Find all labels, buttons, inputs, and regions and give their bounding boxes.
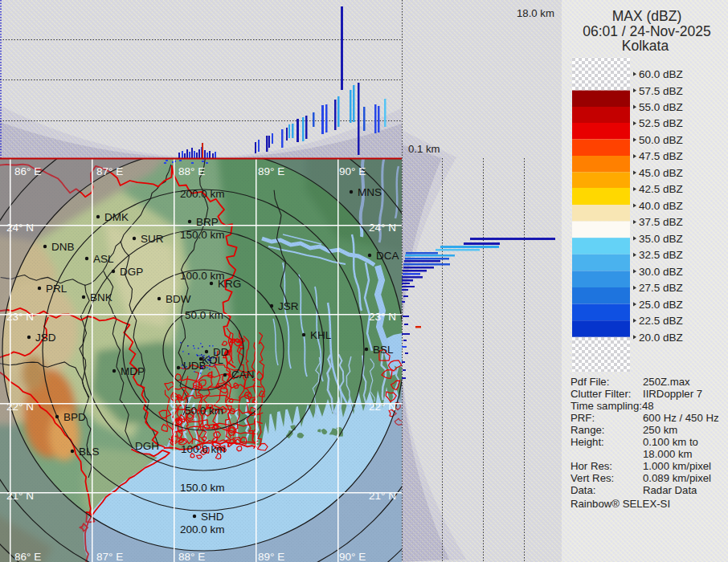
svg-text:24° N: 24° N <box>6 222 34 234</box>
svg-text:88° E: 88° E <box>178 551 205 562</box>
svg-text:40.0 dBZ: 40.0 dBZ <box>639 200 683 212</box>
svg-text:Range:: Range: <box>571 424 605 436</box>
svg-text:90° E: 90° E <box>339 551 366 562</box>
svg-text:22° N: 22° N <box>6 401 34 413</box>
svg-text:SUR: SUR <box>141 233 164 245</box>
svg-text:DCA: DCA <box>376 250 399 262</box>
svg-text:18.0 km: 18.0 km <box>517 7 554 19</box>
svg-text:0.089 km/pixel: 0.089 km/pixel <box>643 472 711 484</box>
svg-text:DNB: DNB <box>51 241 75 253</box>
svg-text:52.5 dBZ: 52.5 dBZ <box>639 117 683 129</box>
svg-text:PRF:: PRF: <box>571 412 595 424</box>
svg-text:24° N: 24° N <box>369 222 396 234</box>
svg-text:37.5 dBZ: 37.5 dBZ <box>639 216 683 228</box>
svg-text:Data:: Data: <box>571 484 596 496</box>
svg-text:Clutter Filter:: Clutter Filter: <box>571 388 631 400</box>
svg-text:Hor Res:: Hor Res: <box>571 460 612 472</box>
svg-text:200.0 km: 200.0 km <box>180 523 225 536</box>
svg-text:UDB: UDB <box>183 360 207 372</box>
svg-text:45.0 dBZ: 45.0 dBZ <box>639 167 683 179</box>
svg-text:BRP: BRP <box>196 216 219 228</box>
svg-text:CAN: CAN <box>231 369 255 381</box>
svg-text:50.0 dBZ: 50.0 dBZ <box>639 134 683 146</box>
svg-text:18.000 km: 18.000 km <box>643 448 693 460</box>
svg-text:150.0 km: 150.0 km <box>180 229 225 241</box>
svg-text:ASL: ASL <box>93 253 114 265</box>
svg-text:200.0 km: 200.0 km <box>180 188 225 200</box>
svg-text:150.0 km: 150.0 km <box>180 482 225 494</box>
svg-text:0.100 km to: 0.100 km to <box>643 436 698 448</box>
svg-text:21° N: 21° N <box>369 490 396 502</box>
svg-text:Rainbow® SELEX-SI: Rainbow® SELEX-SI <box>571 498 670 510</box>
svg-text:SHD: SHD <box>201 511 224 523</box>
svg-text:47.5 dBZ: 47.5 dBZ <box>639 150 683 162</box>
svg-text:89° E: 89° E <box>258 165 284 177</box>
svg-text:JSD: JSD <box>35 332 56 344</box>
svg-text:27.5 dBZ: 27.5 dBZ <box>639 282 683 294</box>
svg-text:Vert Res:: Vert Res: <box>571 472 614 484</box>
svg-text:30.0 dBZ: 30.0 dBZ <box>639 266 683 278</box>
svg-text:MNS: MNS <box>358 186 382 198</box>
svg-text:35.0 dBZ: 35.0 dBZ <box>639 233 683 245</box>
svg-text:DGP: DGP <box>120 266 143 278</box>
svg-text:87° E: 87° E <box>96 165 123 177</box>
svg-text:90° E: 90° E <box>339 165 366 177</box>
svg-text:100.0 km: 100.0 km <box>181 443 226 455</box>
svg-text:88° E: 88° E <box>178 165 205 177</box>
svg-text:0.1 km: 0.1 km <box>408 143 440 155</box>
svg-text:86° E: 86° E <box>14 551 41 562</box>
svg-text:Pdf File:: Pdf File: <box>571 376 609 388</box>
svg-text:Radar Data: Radar Data <box>643 484 697 496</box>
svg-text:23° N: 23° N <box>369 311 396 323</box>
svg-text:PRL: PRL <box>46 283 67 295</box>
svg-text:42.5 dBZ: 42.5 dBZ <box>639 183 683 195</box>
svg-text:MDP: MDP <box>121 365 145 377</box>
svg-text:600 Hz / 450 Hz: 600 Hz / 450 Hz <box>643 412 719 424</box>
svg-text:IIRDoppler 7: IIRDoppler 7 <box>643 388 702 400</box>
svg-text:BLS: BLS <box>79 446 100 458</box>
svg-text:22° N: 22° N <box>369 401 396 413</box>
svg-text:BNK: BNK <box>90 291 112 303</box>
svg-text:50.0 km: 50.0 km <box>185 309 223 321</box>
svg-text:1.000 km/pixel: 1.000 km/pixel <box>643 460 711 472</box>
svg-text:DGH: DGH <box>135 440 159 452</box>
svg-text:250Z.max: 250Z.max <box>643 376 690 388</box>
svg-text:32.5 dBZ: 32.5 dBZ <box>639 249 683 261</box>
svg-text:50.0 km: 50.0 km <box>185 405 223 417</box>
svg-text:Time sampling:48: Time sampling:48 <box>571 400 654 412</box>
svg-text:57.5 dBZ: 57.5 dBZ <box>639 85 683 97</box>
svg-text:DMK: DMK <box>104 211 129 223</box>
svg-text:Height:: Height: <box>571 436 604 448</box>
svg-text:BPD: BPD <box>63 411 86 423</box>
svg-text:60.0 dBZ: 60.0 dBZ <box>639 68 683 80</box>
svg-text:BDW: BDW <box>166 293 191 305</box>
svg-text:86° E: 86° E <box>14 165 41 177</box>
svg-text:KRG: KRG <box>218 278 241 290</box>
svg-text:JSR: JSR <box>278 300 299 312</box>
svg-text:87° E: 87° E <box>96 551 123 562</box>
svg-text:250 km: 250 km <box>643 424 677 436</box>
svg-text:21° N: 21° N <box>6 490 34 502</box>
svg-text:23° N: 23° N <box>6 311 34 323</box>
svg-text:20.0 dBZ: 20.0 dBZ <box>639 332 683 344</box>
svg-text:Kolkata: Kolkata <box>622 38 669 54</box>
svg-text:KHL: KHL <box>310 329 332 341</box>
svg-text:89° E: 89° E <box>258 551 284 562</box>
svg-text:25.0 dBZ: 25.0 dBZ <box>639 299 683 311</box>
svg-text:55.0 dBZ: 55.0 dBZ <box>639 101 683 113</box>
svg-text:06:01 / 24-Nov-2025: 06:01 / 24-Nov-2025 <box>583 23 711 39</box>
svg-text:22.5 dBZ: 22.5 dBZ <box>639 315 683 327</box>
svg-text:BSL: BSL <box>373 344 394 356</box>
svg-text:MAX (dBZ): MAX (dBZ) <box>612 8 682 24</box>
